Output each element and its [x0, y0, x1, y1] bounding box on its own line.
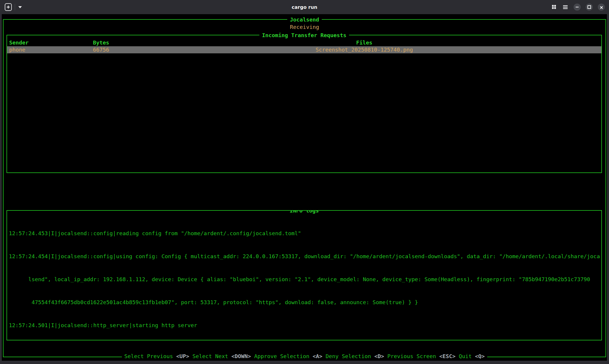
cell-bytes: 66756 [93, 46, 127, 53]
shortcut-key: <ESC> [439, 353, 456, 360]
column-header-files: Files [127, 39, 601, 46]
hamburger-icon [563, 4, 568, 10]
incoming-requests-panel: Incoming Transfer Requests Sender Bytes … [6, 35, 602, 173]
log-lines: 12:57:24.453|I|jocalsend::config|reading… [7, 214, 601, 340]
titlebar-right-controls [551, 0, 605, 14]
window-edge-right [607, 14, 609, 364]
maximize-icon [587, 5, 591, 9]
shortcut-deny: Deny Selection<D> [326, 353, 384, 360]
shortcut-key: <A> [313, 353, 322, 360]
transfer-request-row[interactable]: phone 66756 Screenshot_20250810-125740.p… [7, 46, 601, 53]
incoming-requests-title: Incoming Transfer Requests [259, 32, 349, 39]
minimize-icon [576, 7, 579, 7]
column-header-bytes: Bytes [93, 39, 127, 46]
maximize-button[interactable] [586, 4, 593, 11]
window-title: cargo run [0, 0, 609, 14]
shortcut-label: Previous Screen [387, 353, 436, 360]
terminal-window: cargo run [0, 0, 609, 364]
tab-overview-button[interactable] [551, 4, 557, 10]
grid-icon [552, 4, 556, 10]
info-logs-panel: INFO logs 12:57:24.453|I|jocalsend::conf… [6, 210, 602, 340]
shortcut-key: <D> [374, 353, 384, 360]
shortcut-key: <Q> [475, 353, 485, 360]
shortcuts-bar: Select Previous<UP> Select Next<DOWN> Ap… [122, 353, 487, 360]
shortcut-key: <DOWN> [231, 353, 251, 360]
titlebar: cargo run [0, 0, 609, 14]
column-header-sender: Sender [9, 39, 93, 46]
shortcut-label: Deny Selection [326, 353, 371, 360]
shortcut-label: Quit [459, 353, 472, 360]
requests-table-header: Sender Bytes Files [7, 39, 601, 46]
log-line: 12:57:24.453|I|jocalsend::config|reading… [9, 230, 601, 237]
shortcut-approve: Approve Selection<A> [254, 353, 322, 360]
window-edge-bottom [0, 361, 609, 364]
info-logs-title: INFO logs [287, 210, 321, 215]
shortcut-label: Approve Selection [254, 353, 309, 360]
cell-files: Screenshot_20250810-125740.png [127, 46, 601, 53]
shortcut-previous-screen: Previous Screen<ESC> [387, 353, 456, 360]
menu-button[interactable] [562, 4, 569, 10]
window-edge-left [0, 14, 2, 364]
log-line: 12:57:24.454|I|jocalsend::config|using c… [9, 253, 601, 260]
close-icon [600, 4, 603, 10]
shortcut-label: Select Previous [124, 353, 173, 360]
shortcut-quit: Quit<Q> [459, 353, 485, 360]
log-line: lsend", local_ip_addr: 192.168.1.112, de… [9, 276, 601, 283]
shortcut-key: <UP> [176, 353, 189, 360]
mode-label: Receiving [4, 23, 605, 31]
minimize-button[interactable] [574, 4, 581, 11]
close-button[interactable] [598, 4, 605, 11]
log-line: 47554f43f6675db0cd1622e501ac4b859c13fb1e… [9, 299, 601, 306]
app-title: Jocalsend [287, 16, 322, 24]
cell-sender: phone [9, 46, 93, 53]
shortcut-label: Select Next [192, 353, 228, 360]
log-line: 12:57:24.501|I|jocalsend::http_server|st… [9, 322, 601, 329]
shortcut-select-previous: Select Previous<UP> [124, 353, 189, 360]
shortcut-select-next: Select Next<DOWN> [192, 353, 251, 360]
